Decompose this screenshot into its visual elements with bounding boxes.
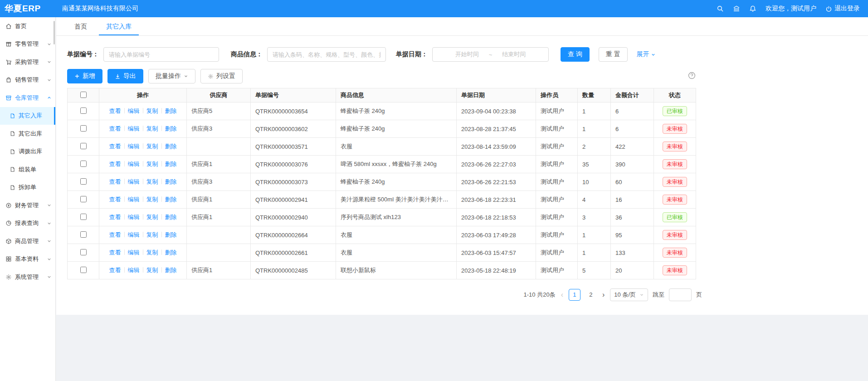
jump-page-input[interactable]: [669, 288, 692, 301]
copy-link[interactable]: 复制: [146, 125, 158, 132]
sidebar-item-home[interactable]: 首页: [0, 17, 55, 35]
copy-link[interactable]: 复制: [146, 178, 158, 185]
copy-link[interactable]: 复制: [146, 161, 158, 167]
search-icon[interactable]: [717, 5, 724, 12]
sidebar-item-system[interactable]: 系统管理: [0, 268, 55, 286]
main-card: 首页 其它入库 单据编号： 商品信息： 单据日期： 开始时间 ~ 结束时间 查 …: [56, 17, 868, 315]
view-link[interactable]: 查看: [109, 125, 121, 132]
edit-link[interactable]: 编辑: [128, 249, 140, 256]
edit-link[interactable]: 编辑: [128, 161, 140, 167]
select-all-checkbox[interactable]: [80, 92, 87, 98]
bill-no-input[interactable]: [103, 47, 219, 62]
view-link[interactable]: 查看: [109, 107, 121, 114]
sidebar-item-goods[interactable]: 商品管理: [0, 232, 55, 250]
sidebar-item-reports[interactable]: 报表查询: [0, 215, 55, 233]
logout-button[interactable]: 退出登录: [825, 5, 860, 13]
product-cell: 衣服: [336, 244, 457, 262]
view-link[interactable]: 查看: [109, 143, 121, 150]
search-button[interactable]: 查 询: [561, 47, 590, 62]
sidebar-item-disassembly[interactable]: 拆卸单: [0, 179, 55, 197]
edit-link[interactable]: 编辑: [128, 196, 140, 203]
delete-link[interactable]: 删除: [165, 196, 177, 203]
page-size-select[interactable]: 10 条/页: [610, 288, 648, 301]
delete-link[interactable]: 删除: [165, 107, 177, 114]
view-link[interactable]: 查看: [109, 161, 121, 167]
product-info-input[interactable]: [267, 47, 386, 62]
edit-link[interactable]: 编辑: [128, 125, 140, 132]
edit-link[interactable]: 编辑: [128, 267, 140, 274]
row-checkbox[interactable]: [80, 231, 87, 238]
add-button[interactable]: 新增: [67, 69, 102, 83]
export-button[interactable]: 导出: [107, 69, 143, 83]
reset-button[interactable]: 重 置: [599, 47, 628, 62]
sidebar-item-other-inbound[interactable]: 其它入库: [0, 107, 55, 125]
edit-link[interactable]: 编辑: [128, 178, 140, 185]
edit-link[interactable]: 编辑: [128, 143, 140, 150]
copy-link[interactable]: 复制: [146, 249, 158, 256]
delete-link[interactable]: 删除: [165, 267, 177, 274]
tab-other-inbound[interactable]: 其它入库: [99, 17, 139, 35]
tab-home[interactable]: 首页: [67, 17, 94, 35]
next-page-button[interactable]: ›: [601, 291, 605, 298]
bill-date-cell: 2023-05-18 22:48:19: [457, 262, 536, 279]
amount-cell: 422: [611, 138, 654, 156]
delete-link[interactable]: 删除: [165, 214, 177, 220]
page-button-2[interactable]: 2: [585, 289, 597, 301]
delete-link[interactable]: 删除: [165, 161, 177, 167]
row-checkbox[interactable]: [80, 107, 87, 114]
edit-link[interactable]: 编辑: [128, 231, 140, 238]
row-checkbox[interactable]: [80, 249, 87, 255]
row-checkbox[interactable]: [80, 214, 87, 220]
sidebar-item-finance[interactable]: 财务管理: [0, 196, 55, 215]
delete-link[interactable]: 删除: [165, 143, 177, 150]
sidebar-item-sales[interactable]: 销售管理: [0, 71, 55, 89]
row-actions-cell: 查看编辑复制删除: [99, 191, 187, 209]
sidebar-item-transfer-outbound[interactable]: 调拨出库: [0, 143, 55, 161]
row-checkbox[interactable]: [80, 196, 87, 202]
sidebar-item-basic-data[interactable]: 基本资料: [0, 250, 55, 269]
bill-date-cell: 2023-08-14 23:59:09: [457, 138, 536, 156]
bill-no-cell: QTRK00000003602: [251, 120, 336, 138]
copy-link[interactable]: 复制: [146, 196, 158, 203]
sidebar-item-retail[interactable]: 零售管理: [0, 35, 55, 54]
sidebar-item-warehouse[interactable]: 仓库管理: [0, 89, 55, 107]
view-link[interactable]: 查看: [109, 178, 121, 185]
sidebar-item-purchase[interactable]: 采购管理: [0, 53, 55, 71]
help-icon[interactable]: [688, 72, 696, 79]
delete-link[interactable]: 删除: [165, 125, 177, 132]
copy-link[interactable]: 复制: [146, 143, 158, 150]
row-checkbox[interactable]: [80, 125, 87, 132]
delete-link[interactable]: 删除: [165, 249, 177, 256]
row-checkbox[interactable]: [80, 143, 87, 149]
quantity-cell: 1: [578, 226, 611, 244]
view-link[interactable]: 查看: [109, 214, 121, 220]
view-link[interactable]: 查看: [109, 231, 121, 238]
view-link[interactable]: 查看: [109, 249, 121, 256]
platform-icon[interactable]: [733, 5, 740, 12]
copy-link[interactable]: 复制: [146, 107, 158, 114]
copy-link[interactable]: 复制: [146, 231, 158, 238]
header-actions: 操作: [99, 88, 187, 103]
row-checkbox[interactable]: [80, 267, 87, 273]
edit-link[interactable]: 编辑: [128, 214, 140, 220]
row-checkbox[interactable]: [80, 161, 87, 167]
view-link[interactable]: 查看: [109, 267, 121, 274]
operator-cell: 测试用户: [536, 262, 578, 279]
copy-link[interactable]: 复制: [146, 214, 158, 220]
action-divider: [161, 232, 162, 237]
column-settings-button[interactable]: 列设置: [200, 69, 243, 83]
date-range-picker[interactable]: 开始时间 ~ 结束时间: [432, 47, 549, 62]
sidebar-item-assembly[interactable]: 组装单: [0, 161, 55, 179]
batch-actions-button[interactable]: 批量操作: [148, 69, 195, 83]
prev-page-button[interactable]: ‹: [560, 291, 564, 298]
edit-link[interactable]: 编辑: [128, 107, 140, 114]
page-button-1[interactable]: 1: [569, 289, 580, 301]
row-checkbox[interactable]: [80, 178, 87, 185]
expand-link[interactable]: 展开: [637, 50, 656, 59]
view-link[interactable]: 查看: [109, 196, 121, 203]
copy-link[interactable]: 复制: [146, 267, 158, 274]
sidebar-item-other-outbound[interactable]: 其它出库: [0, 125, 55, 143]
delete-link[interactable]: 删除: [165, 231, 177, 238]
notification-bell-icon[interactable]: [749, 5, 756, 12]
delete-link[interactable]: 删除: [165, 178, 177, 185]
